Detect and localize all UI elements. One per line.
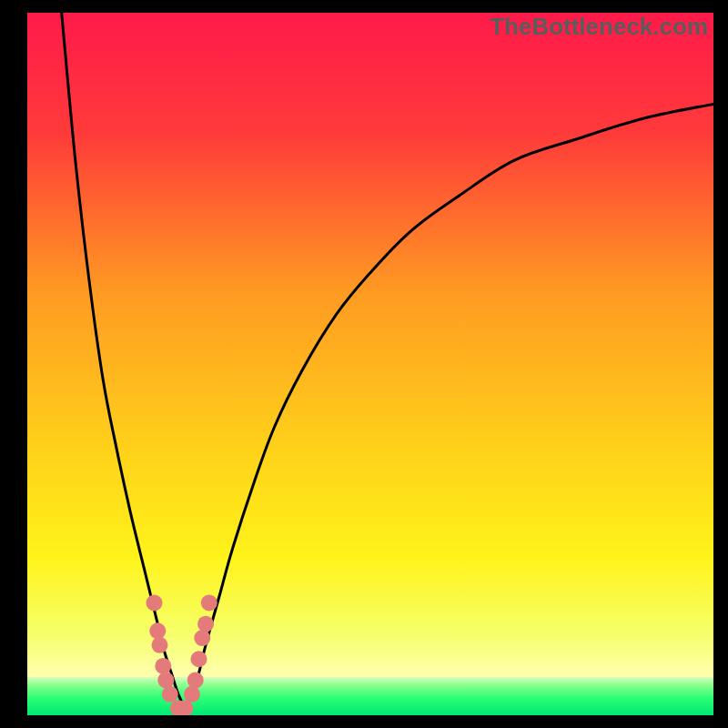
curve-left-branch	[62, 13, 186, 708]
data-point-marker	[152, 637, 168, 653]
data-point-marker	[197, 616, 214, 632]
plot-area: TheBottleneck.com	[27, 13, 713, 715]
data-point-marker	[187, 672, 204, 688]
data-point-marker	[201, 594, 217, 611]
data-point-marker	[194, 630, 210, 646]
data-point-marker	[149, 622, 166, 639]
data-point-marker	[184, 686, 200, 703]
chart-svg	[27, 13, 713, 715]
curve-right-branch	[185, 104, 713, 708]
data-point-marker	[146, 594, 162, 611]
data-point-marker	[162, 686, 178, 703]
data-point-marker	[191, 651, 207, 667]
data-point-marker	[157, 672, 174, 688]
data-point-marker	[155, 658, 171, 674]
outer-frame: TheBottleneck.com	[0, 0, 728, 728]
